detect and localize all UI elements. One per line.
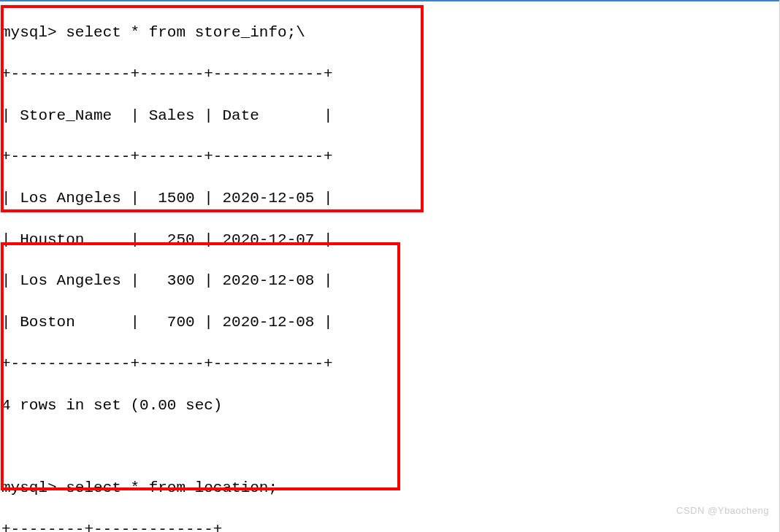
blank-line [1,436,780,457]
query2-command: select * from location; [66,479,278,496]
table-row: | Los Angeles | 300 | 2020-12-08 | [1,271,780,291]
mysql-prompt: mysql> [1,479,66,496]
table-row: | Boston | 700 | 2020-12-08 | [1,312,780,333]
table-row: | Los Angeles | 1500 | 2020-12-05 | [1,188,780,209]
query2-command-line: mysql> select * from location; [1,478,780,498]
query1-header: | Store_Name | Sales | Date | [1,106,780,126]
mysql-prompt: mysql> [1,24,66,41]
query2-separator-top: +--------+-------------+ [1,520,780,532]
table-row: | Houston | 250 | 2020-12-07 | [1,230,780,250]
query1-command: select * from store_info;\ [66,24,305,41]
query1-separator-top: +-------------+-------+------------+ [1,64,780,85]
query1-separator-mid: +-------------+-------+------------+ [1,147,780,167]
watermark: CSDN @Ybaocheng [676,504,769,517]
terminal-output[interactable]: mysql> select * from store_info;\ +-----… [0,2,780,532]
query1-command-line: mysql> select * from store_info;\ [1,23,780,43]
query1-separator-bottom: +-------------+-------+------------+ [1,354,780,374]
window-top-border [0,0,780,1]
query1-result: 4 rows in set (0.00 sec) [1,396,780,416]
